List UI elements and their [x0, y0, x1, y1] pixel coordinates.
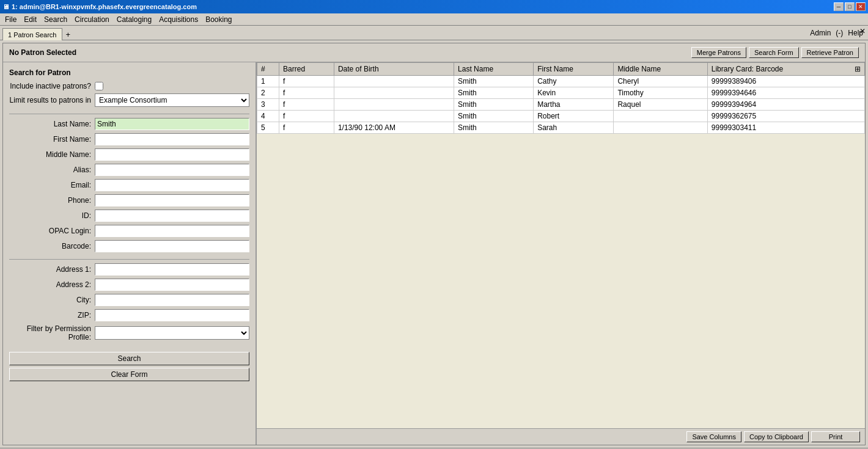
address1-label: Address 1:: [9, 265, 95, 274]
cell-firstname: Cathy: [534, 76, 614, 87]
clear-form-button[interactable]: Clear Form: [9, 368, 249, 381]
limit-results-select[interactable]: Example Consortium: [95, 93, 249, 107]
barcode-input[interactable]: [95, 240, 249, 252]
cell-middlename: [614, 111, 707, 122]
id-label: ID:: [9, 211, 95, 220]
help-link[interactable]: Help: [848, 29, 863, 37]
close-button[interactable]: ✕: [856, 2, 866, 11]
cell-firstname: Sarah: [534, 122, 614, 134]
cell-firstname: Martha: [534, 99, 614, 111]
add-tab-button[interactable]: +: [62, 29, 75, 40]
cell-dob: [334, 111, 454, 122]
filter-row: Filter by Permission Profile:: [9, 324, 249, 341]
barcode-row: Barcode:: [9, 240, 249, 252]
first-name-row: First Name:: [9, 133, 249, 145]
search-form-title: Search for Patron: [9, 68, 249, 77]
col-header-num[interactable]: #: [257, 63, 279, 76]
cell-barred: f: [279, 76, 334, 87]
alias-row: Alias:: [9, 164, 249, 176]
no-patron-label: No Patron Selected: [9, 48, 76, 57]
col-header-firstname[interactable]: First Name: [534, 63, 614, 76]
title-bar-controls[interactable]: ─ □ ✕: [834, 2, 866, 11]
phone-input[interactable]: [95, 194, 249, 206]
results-panel: # Barred Date of Birth Last Name First N…: [257, 62, 865, 445]
cell-num: 5: [257, 122, 279, 134]
cell-barcode: 99999394964: [707, 99, 864, 111]
table-row[interactable]: 3 f Smith Martha Raquel 99999394964: [257, 99, 865, 111]
zip-input[interactable]: [95, 309, 249, 321]
table-row[interactable]: 4 f Smith Robert 99999362675: [257, 111, 865, 122]
restore-button[interactable]: □: [845, 2, 855, 11]
last-name-label: Last Name:: [9, 120, 95, 128]
phone-row: Phone:: [9, 194, 249, 206]
col-header-middlename[interactable]: Middle Name: [614, 63, 707, 76]
city-input[interactable]: [95, 294, 249, 306]
title-bar-title: 🖥 1: admin@BR1-winxpvmfx.phasefx.evergre…: [2, 3, 197, 10]
cell-dob: 1/13/90 12:00 AM: [334, 122, 454, 134]
email-label: Email:: [9, 181, 95, 189]
filter-label: Filter by Permission Profile:: [9, 324, 95, 341]
cell-num: 4: [257, 111, 279, 122]
col-header-barcode[interactable]: Library Card: Barcode ⊞: [707, 63, 864, 76]
col-header-dob[interactable]: Date of Birth: [334, 63, 454, 76]
merge-patrons-button[interactable]: Merge Patrons: [691, 47, 746, 58]
search-button[interactable]: Search: [9, 352, 249, 365]
table-row[interactable]: 5 f 1/13/90 12:00 AM Smith Sarah 9999930…: [257, 122, 865, 134]
opac-login-input[interactable]: [95, 225, 249, 237]
city-label: City:: [9, 296, 95, 304]
address2-input[interactable]: [95, 279, 249, 291]
col-header-lastname[interactable]: Last Name: [454, 63, 534, 76]
menu-booking[interactable]: Booking: [202, 14, 235, 25]
include-inactive-label: Include inactive patrons?: [9, 82, 95, 90]
app-icon: 🖥: [2, 3, 9, 10]
cell-lastname: Smith: [454, 76, 534, 87]
menu-circulation[interactable]: Circulation: [71, 14, 113, 25]
address1-input[interactable]: [95, 263, 249, 276]
zip-row: ZIP:: [9, 309, 249, 321]
cell-dob: [334, 76, 454, 87]
menu-bar: File Edit Search Circulation Cataloging …: [0, 13, 868, 26]
cell-firstname: Kevin: [534, 87, 614, 99]
id-input[interactable]: [95, 210, 249, 222]
save-columns-button[interactable]: Save Columns: [686, 431, 741, 442]
email-input[interactable]: [95, 179, 249, 191]
col-header-barred[interactable]: Barred: [279, 63, 334, 76]
city-row: City:: [9, 294, 249, 306]
cell-barred: f: [279, 87, 334, 99]
table-row[interactable]: 1 f Smith Cathy Cheryl 99999389406: [257, 76, 865, 87]
cell-firstname: Robert: [534, 111, 614, 122]
search-form-button[interactable]: Search Form: [749, 47, 799, 58]
copy-to-clipboard-button[interactable]: Copy to Clipboard: [744, 431, 809, 442]
cell-lastname: Smith: [454, 87, 534, 99]
cell-barcode: 99999394646: [707, 87, 864, 99]
retrieve-patron-button[interactable]: Retrieve Patron: [801, 47, 859, 58]
menu-edit[interactable]: Edit: [20, 14, 40, 25]
cell-barred: f: [279, 99, 334, 111]
include-inactive-checkbox[interactable]: [95, 82, 103, 90]
address1-row: Address 1:: [9, 263, 249, 276]
top-buttons: Merge Patrons Search Form Retrieve Patro…: [691, 47, 859, 58]
cell-barcode: 99999303411: [707, 122, 864, 134]
limit-results-row: Limit results to patrons in Example Cons…: [9, 93, 249, 107]
alias-input[interactable]: [95, 164, 249, 176]
cell-num: 1: [257, 76, 279, 87]
menu-acquisitions[interactable]: Acquisitions: [155, 14, 202, 25]
menu-search[interactable]: Search: [40, 14, 71, 25]
menu-cataloging[interactable]: Cataloging: [113, 14, 155, 25]
first-name-input[interactable]: [95, 133, 249, 145]
middle-name-input[interactable]: [95, 148, 249, 161]
print-button[interactable]: Print: [811, 431, 860, 442]
id-row: ID:: [9, 210, 249, 222]
opac-login-row: OPAC Login:: [9, 225, 249, 237]
content-area: Search for Patron Include inactive patro…: [3, 62, 865, 445]
patron-search-tab[interactable]: 1 Patron Search: [2, 28, 62, 40]
last-name-input[interactable]: [95, 118, 249, 130]
cell-barcode: 99999389406: [707, 76, 864, 87]
middle-name-label: Middle Name:: [9, 150, 95, 159]
filter-select[interactable]: [95, 326, 249, 340]
address2-row: Address 2:: [9, 279, 249, 291]
minimize-button[interactable]: ─: [834, 2, 844, 11]
admin-separator: (-): [836, 29, 843, 37]
menu-file[interactable]: File: [1, 14, 20, 25]
table-row[interactable]: 2 f Smith Kevin Timothy 99999394646: [257, 87, 865, 99]
